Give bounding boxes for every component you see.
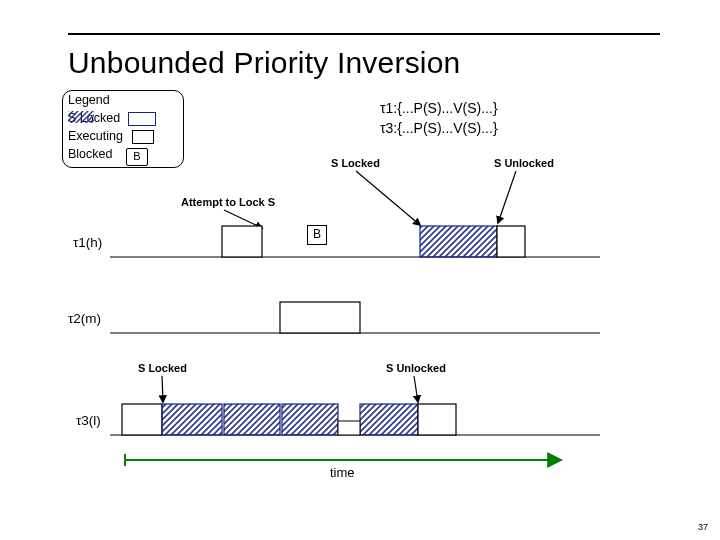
- svg-rect-7: [497, 226, 525, 257]
- svg-rect-18: [338, 421, 360, 435]
- svg-rect-15: [224, 404, 280, 435]
- svg-rect-5: [222, 226, 262, 257]
- svg-line-10: [162, 376, 163, 402]
- page-number: 37: [698, 522, 708, 532]
- svg-line-1: [356, 171, 420, 225]
- timing-diagram-svg: [0, 0, 720, 540]
- svg-rect-9: [280, 302, 360, 333]
- svg-line-3: [224, 210, 262, 228]
- svg-rect-14: [162, 404, 222, 435]
- svg-rect-13: [122, 404, 162, 435]
- svg-rect-6: [420, 226, 497, 257]
- time-axis-label: time: [330, 465, 355, 480]
- svg-line-2: [498, 171, 516, 223]
- slide: Unbounded Priority Inversion Legend S Lo…: [0, 0, 720, 540]
- svg-rect-19: [418, 404, 456, 435]
- svg-line-11: [414, 376, 418, 402]
- svg-rect-17: [360, 404, 418, 435]
- svg-rect-16: [282, 404, 338, 435]
